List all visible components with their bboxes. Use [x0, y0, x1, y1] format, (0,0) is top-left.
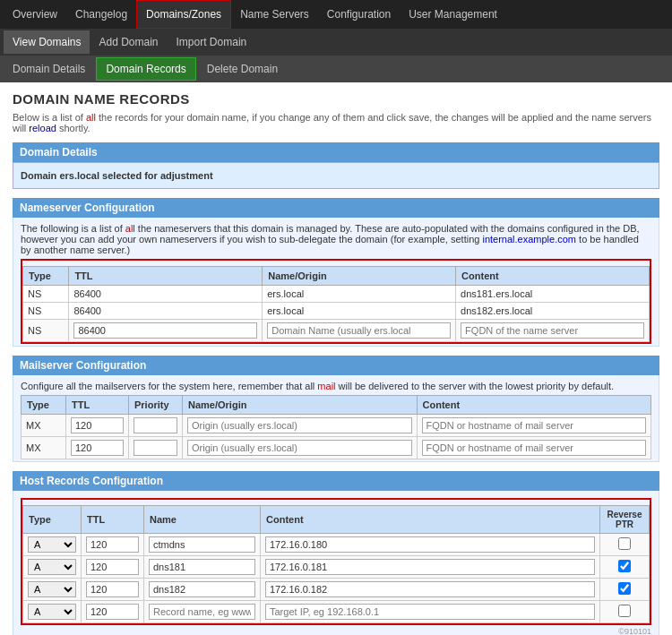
mx-col-name: Name/Origin: [183, 396, 418, 415]
table-row: A: [23, 556, 650, 579]
mx-row1-content-input[interactable]: [422, 417, 647, 433]
mx-row2-priority-cell: [129, 437, 183, 459]
hr-col-ttl: TTL: [82, 506, 144, 534]
ns-new-row: NS: [23, 320, 650, 342]
ns-new-name-cell: [263, 320, 456, 342]
domain-details-header: Domain Details: [13, 142, 659, 162]
hr-row3-ttl-cell: [82, 579, 144, 601]
ns-row1-type: NS: [23, 286, 69, 303]
nameserver-section: Nameserver Configuration The following i…: [13, 198, 659, 347]
hr-row1-ttl-input[interactable]: [86, 536, 139, 553]
hr-new-content-input[interactable]: [265, 604, 595, 620]
hr-col-type: Type: [23, 506, 82, 534]
tab-delete-domain[interactable]: Delete Domain: [198, 58, 287, 80]
mailserver-desc: Configure all the mailservers for the sy…: [21, 381, 651, 391]
ns-col-ttl: TTL: [69, 267, 263, 286]
nav-configuration[interactable]: Configuration: [318, 1, 400, 28]
hr-row1-ttl-cell: [82, 534, 144, 556]
hr-row2-name-input[interactable]: [149, 559, 255, 575]
mx-col-priority: Priority: [129, 396, 183, 415]
nav-name-servers[interactable]: Name Servers: [231, 1, 318, 28]
mailserver-section: Mailserver Configuration Configure all t…: [13, 356, 659, 462]
mx-row2-content-input[interactable]: [422, 440, 647, 456]
ns-content-input[interactable]: [461, 322, 644, 339]
mx-row1-name-cell: [183, 415, 418, 437]
nav-add-domain[interactable]: Add Domain: [90, 30, 167, 54]
hr-row2-ttl-input[interactable]: [86, 559, 139, 575]
hostrecords-table: Type TTL Name Content Reverse PTR A: [22, 505, 650, 623]
hr-new-type-select[interactable]: A: [28, 604, 76, 620]
hr-row3-name-input[interactable]: [149, 581, 255, 597]
hr-col-content: Content: [261, 506, 600, 534]
hr-row2-type-cell: A: [23, 556, 82, 579]
hr-row3-ptr-checkbox[interactable]: [618, 582, 631, 595]
mx-row2-priority-input[interactable]: [134, 440, 177, 456]
hostrecords-section: Host Records Configuration Type TTL Name…: [13, 471, 659, 635]
hostrecords-table-wrapper: Type TTL Name Content Reverse PTR A: [21, 498, 651, 625]
ns-row2-ttl: 86400: [69, 303, 263, 320]
tab-domain-details[interactable]: Domain Details: [4, 58, 94, 80]
domain-selected-text: Domain ers.local selected for adjustment: [21, 168, 651, 183]
mx-col-content: Content: [417, 396, 651, 415]
table-row: A: [23, 534, 650, 556]
mx-row2-ttl-input[interactable]: [71, 440, 124, 456]
mx-row1-ttl-input[interactable]: [71, 417, 124, 433]
ns-new-content-cell: [456, 320, 650, 342]
mx-row1-priority-cell: [129, 415, 183, 437]
mx-row2-type: MX: [22, 437, 66, 459]
hr-row3-name-cell: [144, 579, 261, 601]
hr-new-name-input[interactable]: [149, 604, 255, 620]
hr-row1-ptr-checkbox[interactable]: [618, 537, 631, 550]
page-content: DOMAIN NAME RECORDS Below is a list of a…: [0, 82, 672, 635]
hr-new-ttl-input[interactable]: [86, 604, 139, 620]
ns-col-name: Name/Origin: [263, 267, 456, 286]
hr-row2-ptr-checkbox[interactable]: [618, 560, 631, 572]
table-row: A: [23, 579, 650, 601]
hr-col-ptr: Reverse PTR: [600, 506, 650, 534]
nav-domains-zones[interactable]: Domains/Zones: [136, 0, 231, 29]
hr-row2-ptr-cell: [600, 556, 650, 579]
table-row: NS 86400 ers.local dns182.ers.local: [23, 303, 650, 320]
hr-row3-type-select[interactable]: A: [28, 581, 76, 597]
hr-col-name: Name: [144, 506, 261, 534]
hr-row1-name-input[interactable]: [149, 536, 255, 553]
watermark: ©910101: [21, 625, 651, 635]
hr-new-ptr-checkbox[interactable]: [618, 605, 631, 617]
top-nav: Overview Changelog Domains/Zones Name Se…: [0, 0, 672, 29]
mx-row1-type: MX: [22, 415, 66, 437]
mx-row2-name-input[interactable]: [187, 440, 412, 456]
hr-row1-content-input[interactable]: [265, 536, 595, 553]
hr-new-name-cell: [144, 601, 261, 623]
ns-row2-content: dns182.ers.local: [456, 303, 650, 320]
hr-row3-content-input[interactable]: [265, 581, 595, 597]
hr-row3-ttl-input[interactable]: [86, 581, 139, 597]
hr-row2-content-input[interactable]: [265, 559, 595, 575]
ns-ttl-input[interactable]: [73, 322, 257, 339]
nav-import-domain[interactable]: Import Domain: [168, 30, 256, 54]
nav-overview[interactable]: Overview: [4, 1, 66, 28]
nameserver-table: Type TTL Name/Origin Content NS 86400 er…: [22, 266, 650, 342]
nav-changelog[interactable]: Changelog: [66, 1, 136, 28]
table-row: MX: [22, 437, 651, 459]
hr-new-ptr-cell: [600, 601, 650, 623]
hr-row3-content-cell: [261, 579, 600, 601]
mx-row1-name-input[interactable]: [187, 417, 412, 433]
mx-row1-priority-input[interactable]: [134, 417, 177, 433]
mx-row2-name-cell: [183, 437, 418, 459]
nameserver-desc: The following is a list of all the names…: [21, 223, 651, 255]
tab-domain-records[interactable]: Domain Records: [96, 57, 195, 81]
hr-new-content-cell: [261, 601, 600, 623]
nameserver-table-wrapper: Type TTL Name/Origin Content NS 86400 er…: [21, 259, 651, 344]
nav-user-management[interactable]: User Management: [400, 1, 506, 28]
page-title: DOMAIN NAME RECORDS: [13, 91, 659, 107]
hr-row2-type-select[interactable]: A: [28, 559, 76, 575]
hr-row1-type-cell: A: [23, 534, 82, 556]
hr-row1-name-cell: [144, 534, 261, 556]
nav-view-domains[interactable]: View Domains: [4, 30, 90, 54]
hr-row2-name-cell: [144, 556, 261, 579]
ns-name-input[interactable]: [267, 322, 451, 339]
mx-row1-ttl-cell: [66, 415, 129, 437]
ns-row1-ttl: 86400: [69, 286, 263, 303]
hr-row1-type-select[interactable]: A: [28, 536, 76, 553]
ns-row1-name: ers.local: [263, 286, 456, 303]
